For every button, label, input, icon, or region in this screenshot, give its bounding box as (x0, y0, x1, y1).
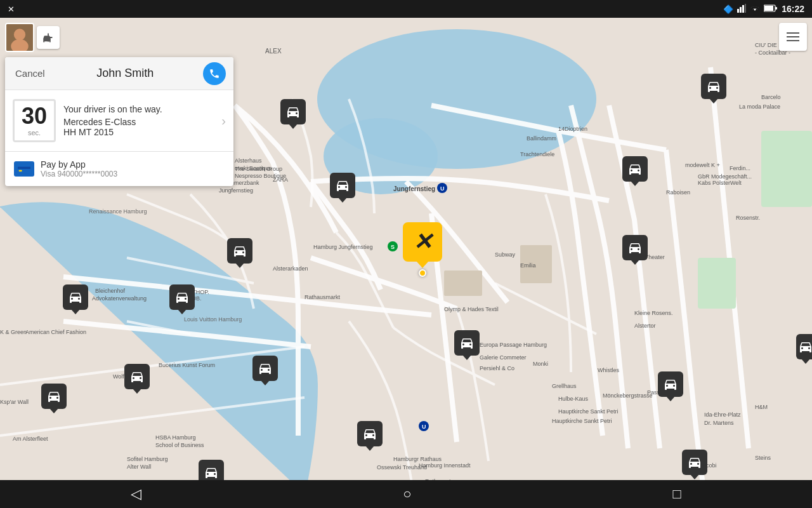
svg-text:Olymp & Hades Textil: Olymp & Hades Textil (444, 306, 499, 312)
driver-details: Your driver is on the way. Mercedes E-Cl… (63, 104, 209, 137)
network-icon (737, 4, 746, 15)
svg-text:The Swatch Group: The Swatch Group (235, 166, 282, 172)
battery-icon (764, 4, 778, 14)
payment-icon (14, 161, 34, 177)
svg-text:Am Alsterfleet: Am Alsterfleet (13, 436, 48, 442)
svg-text:Raboisen: Raboisen (666, 189, 690, 196)
svg-rect-10 (761, 131, 812, 207)
payment-row[interactable]: Pay by App Visa 940000******0003 (5, 152, 233, 186)
payment-card: Visa 940000******0003 (41, 170, 117, 178)
svg-rect-6 (775, 7, 777, 10)
back-button[interactable]: ◁ (118, 483, 154, 505)
svg-text:Ida-Ehre-Platz: Ida-Ehre-Platz (704, 411, 741, 418)
car-model: Mercedes E-Class (63, 117, 209, 127)
car-marker (622, 235, 648, 260)
svg-rect-3 (745, 4, 746, 13)
svg-text:Grellhaus: Grellhaus (552, 383, 577, 389)
svg-text:Ballindamm: Ballindamm (527, 135, 556, 142)
car-marker (357, 421, 383, 446)
car-marker (41, 384, 67, 409)
car-marker (658, 371, 683, 397)
svg-text:Whistles: Whistles (598, 367, 620, 373)
navigation-bar: ◁ ○ □ (0, 480, 812, 508)
svg-text:Jungfernstieg: Jungfernstieg (219, 187, 253, 194)
svg-text:Alsterhaus: Alsterhaus (235, 157, 262, 164)
status-left: ✕ (8, 4, 15, 14)
svg-text:Subway: Subway (495, 251, 516, 258)
svg-text:Alsterarkaden: Alsterarkaden (273, 265, 308, 272)
car-marker (622, 156, 648, 182)
car-marker (199, 460, 224, 480)
home-button[interactable]: ○ (390, 483, 424, 505)
car-marker (227, 238, 252, 264)
svg-text:Barcelo: Barcelo (761, 94, 781, 100)
svg-text:Hauptkirche Sankt Petri: Hauptkirche Sankt Petri (552, 418, 612, 424)
recents-button[interactable]: □ (660, 483, 694, 505)
mytaxi-marker: ✕ (403, 222, 442, 262)
svg-text:Renaissance Hamburg: Renaissance Hamburg (89, 208, 147, 215)
svg-rect-0 (737, 9, 739, 13)
svg-text:Trachtendiele: Trachtendiele (520, 151, 554, 157)
svg-text:Dr. Martens: Dr. Martens (704, 420, 734, 426)
status-bar: ✕ 🔷 16:22 (0, 0, 812, 18)
car-marker (701, 74, 726, 99)
car-marker (124, 364, 150, 389)
svg-text:Monki: Monki (533, 361, 548, 367)
svg-text:Hamburg Jungfernstieg: Hamburg Jungfernstieg (313, 244, 373, 250)
svg-rect-2 (742, 5, 744, 13)
svg-text:S: S (391, 244, 395, 250)
wifi-icon (750, 4, 760, 14)
add-car-button[interactable] (37, 26, 60, 49)
svg-text:Hulbe-Kaus: Hulbe-Kaus (558, 396, 589, 402)
svg-rect-1 (740, 7, 742, 13)
svg-text:14Dioptrien: 14Dioptrien (558, 126, 587, 132)
svg-text:K & Green: K & Green (0, 329, 27, 335)
car-marker (280, 99, 306, 124)
svg-text:La moda Palace: La moda Palace (739, 104, 780, 110)
svg-text:GbR Modegeschäft...: GbR Modegeschäft... (698, 173, 752, 180)
svg-text:ZARA: ZARA (273, 177, 288, 183)
status-right: 🔷 16:22 (723, 4, 804, 15)
countdown-unit: sec. (28, 129, 41, 137)
svg-text:American Chief Fashion: American Chief Fashion (25, 329, 86, 335)
svg-text:Bleichenhof: Bleichenhof (95, 288, 126, 294)
car-marker (682, 450, 707, 475)
svg-rect-5 (764, 6, 773, 11)
svg-text:School of Business: School of Business (155, 442, 204, 448)
countdown-timer: 30 sec. (13, 99, 56, 142)
car-plate: HH MT 2015 (63, 127, 209, 137)
svg-text:Persiehl & Co: Persiehl & Co (480, 365, 514, 371)
svg-rect-12 (444, 271, 482, 296)
svg-text:Alstertor: Alstertor (634, 323, 656, 329)
svg-text:Alter Wall: Alter Wall (127, 464, 151, 470)
svg-text:Louis Vuitton Hamburg: Louis Vuitton Hamburg (184, 316, 242, 323)
svg-text:Ossewski Treuhand: Ossewski Treuhand (377, 464, 427, 471)
menu-button[interactable] (779, 23, 807, 51)
svg-text:Hamburgr Rathaus: Hamburgr Rathaus (393, 456, 442, 462)
user-location-dot (419, 269, 426, 277)
app-icon: ✕ (8, 4, 15, 14)
svg-rect-11 (698, 258, 736, 309)
svg-text:Steins: Steins (755, 455, 771, 461)
booking-panel: Cancel John Smith 30 sec. Your driver is… (5, 57, 233, 186)
svg-text:Rosenstr.: Rosenstr. (736, 215, 760, 221)
svg-text:ALEX: ALEX (265, 48, 282, 55)
svg-text:U: U (440, 185, 445, 192)
call-button[interactable] (203, 62, 226, 85)
svg-text:Jungfernstieg: Jungfernstieg (393, 185, 435, 192)
car-marker (330, 173, 355, 198)
svg-text:Mönckebergstrasse: Mönckebergstrasse (603, 392, 653, 399)
svg-text:U: U (422, 424, 426, 430)
avatar[interactable] (5, 23, 34, 52)
driver-info-section: 30 sec. Your driver is on the way. Merce… (5, 90, 233, 152)
hamburger-icon (787, 32, 799, 41)
svg-text:Europa Passage Hamburg: Europa Passage Hamburg (480, 342, 547, 348)
svg-text:Kabs PolsterWelt: Kabs PolsterWelt (698, 180, 742, 186)
svg-text:Rathausmarkt: Rathausmarkt (304, 294, 341, 300)
panel-header: Cancel John Smith (5, 57, 233, 90)
cancel-button[interactable]: Cancel (13, 65, 48, 81)
payment-details: Pay by App Visa 940000******0003 (41, 159, 117, 178)
svg-text:Advokatenverwaltung: Advokatenverwaltung (92, 295, 147, 302)
svg-text:H&M: H&M (755, 404, 768, 410)
svg-text:Sofitel Hamburg: Sofitel Hamburg (127, 456, 168, 462)
